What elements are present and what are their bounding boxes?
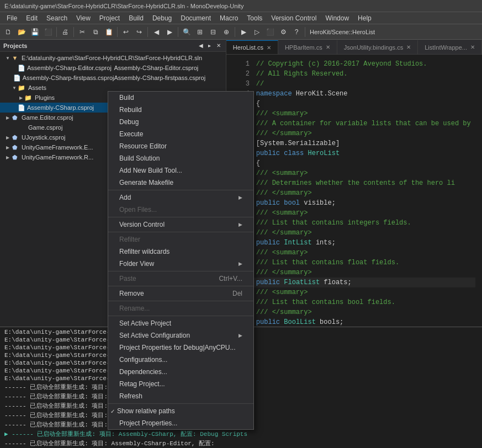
code-line-class: 10 public class HeroList <box>233 148 475 158</box>
tab-listint[interactable]: ListIntWrappe... ✕ <box>418 40 482 54</box>
tab-herolist-close[interactable]: ✕ <box>267 45 271 51</box>
ctx-rebuild[interactable]: Rebuild <box>108 104 253 116</box>
ctx-add[interactable]: Add <box>108 191 253 204</box>
menu-build[interactable]: Build <box>124 13 148 23</box>
tree-row-assembly-editor[interactable]: 📄 Assembly-CSharp-Editor.csproj Assembly… <box>0 63 226 73</box>
panel-title: Projects <box>3 42 27 49</box>
open-button[interactable]: 📂 <box>15 26 28 38</box>
ctx-set-active-config[interactable]: Set Active Configuration <box>108 329 253 342</box>
undo-button[interactable]: ↩ <box>120 26 132 38</box>
ctx-build-solution[interactable]: Build Solution <box>108 152 253 164</box>
menu-document[interactable]: Document <box>176 13 215 23</box>
ctx-paste[interactable]: Paste Ctrl+V... <box>108 273 253 285</box>
tab-hpbaritem[interactable]: HPBarItem.cs ✕ <box>278 40 337 54</box>
redo-button[interactable]: ↪ <box>133 26 145 38</box>
search-button[interactable]: 🔍 <box>181 26 193 38</box>
tree-item-assembly-csharp[interactable]: 📄 Assembly-CSharp.csproj <box>0 103 114 113</box>
ctx-sep-4 <box>108 271 253 271</box>
exp-plugins[interactable]: ▶ <box>18 94 24 101</box>
tree-label-assembly-editor: Assembly-CSharp-Editor.csproj <box>27 65 112 71</box>
ctx-version-control[interactable]: Version Control <box>108 218 253 231</box>
ctx-refilter-wildcards[interactable]: Refilter wildcards <box>108 246 253 258</box>
exp-ugfr[interactable]: ▶ <box>4 154 11 161</box>
ctx-show-relative-paths[interactable]: ✓ Show relative paths <box>108 405 253 417</box>
ctx-sep-7 <box>108 316 253 316</box>
tab-jsonutility-label: JsonUtility.bindings.cs <box>344 44 403 51</box>
tree-item-assembly-editor[interactable]: 📄 Assembly-CSharp-Editor.csproj <box>0 63 114 73</box>
cut-button[interactable]: ✂ <box>76 26 88 38</box>
menu-project[interactable]: Project <box>95 13 124 23</box>
ctx-dependencies[interactable]: Dependencies... <box>108 366 253 378</box>
exp-uj[interactable]: ▶ <box>4 134 11 141</box>
tree-item-assembly-editor-2[interactable]: Assembly-CSharp-Editor.csproj <box>114 63 225 73</box>
ctx-project-props-debug[interactable]: Project Properties for Debug|AnyCPU... <box>108 342 253 354</box>
ctx-execute[interactable]: Execute <box>108 128 253 140</box>
ctx-refresh[interactable]: Refresh <box>108 390 253 402</box>
exp-e[interactable]: ▶ <box>4 114 11 121</box>
ctx-sep-1 <box>108 190 253 190</box>
ctx-folder-view[interactable]: Folder View <box>108 258 253 270</box>
code-line-sum13: 24 /// <summary> <box>233 287 475 297</box>
ctx-set-active-project[interactable]: Set Active Project <box>108 317 253 329</box>
print-button[interactable]: 🖨 <box>59 26 71 38</box>
exp-1 <box>11 65 18 71</box>
find-replace-button[interactable]: ⊞ <box>194 26 206 38</box>
ctx-resource-editor[interactable]: Resource Editor <box>108 140 253 152</box>
panel-back-button[interactable]: ◀ <box>197 42 205 50</box>
menu-search[interactable]: Search <box>42 13 72 23</box>
tree-item-firstpass-2[interactable]: Assembly-CSharp-firstpass.csproj <box>114 73 225 83</box>
nav-back-button[interactable]: ◀ <box>150 26 162 38</box>
run-config-button[interactable]: ▷ <box>251 26 263 38</box>
tools2-button[interactable]: ⚙ <box>277 26 289 38</box>
run-button[interactable]: ▶ <box>237 26 250 38</box>
menu-tools[interactable]: Tools <box>242 13 267 23</box>
ctx-generate-makefile-label: Generate Makefile <box>119 179 173 186</box>
new-button[interactable]: 🗋 <box>2 26 14 38</box>
stop-button[interactable]: ⬛ <box>264 26 276 38</box>
ctx-retag-project[interactable]: Retag Project... <box>108 378 253 390</box>
toolbar: 🗋 📂 💾 ⬛ 🖨 ✂ ⧉ 📋 ↩ ↪ ◀ ▶ 🔍 ⊞ ⊟ ⊕ ▶ ▷ ⬛ ⚙ … <box>0 24 482 40</box>
menu-debug[interactable]: Debug <box>148 13 176 23</box>
menu-file[interactable]: File <box>2 13 22 23</box>
ctx-refilter[interactable]: Refilter <box>108 233 253 246</box>
tab-herolist[interactable]: HeroList.cs ✕ <box>226 40 278 54</box>
tree-row-firstpass[interactable]: 📄 Assembly-CSharp-firstpass.csproj Assem… <box>0 73 226 83</box>
save-button[interactable]: 💾 <box>29 26 41 38</box>
copy-button[interactable]: ⧉ <box>89 26 102 38</box>
ctx-project-properties[interactable]: Project Properties... <box>108 417 253 429</box>
expander-solution[interactable]: ▼ <box>4 55 11 61</box>
nav-fwd-button[interactable]: ▶ <box>163 26 176 38</box>
panel-close-button[interactable]: ✕ <box>215 42 223 50</box>
ctx-add-new-build-tool[interactable]: Add New Build Tool... <box>108 164 253 177</box>
menu-help[interactable]: Help <box>353 13 376 23</box>
ctx-debug[interactable]: Debug <box>108 116 253 128</box>
tab-jsonutility-close[interactable]: ✕ <box>406 44 411 50</box>
tab-hpbaritem-close[interactable]: ✕ <box>326 44 330 50</box>
tab-jsonutility[interactable]: JsonUtility.bindings.cs ✕ <box>337 40 418 54</box>
profile-button[interactable]: ⊕ <box>220 26 232 38</box>
titlebar-text: E:\data\unity-game\StarForce-HybridCLR\S… <box>4 3 243 9</box>
ctx-retag-label: Retag Project... <box>119 380 165 388</box>
help-btn[interactable]: ? <box>290 26 303 38</box>
menu-macro[interactable]: Macro <box>215 13 242 23</box>
ctx-rename[interactable]: Rename... <box>108 302 253 314</box>
paste-button[interactable]: 📋 <box>103 26 115 38</box>
ctx-build[interactable]: Build <box>108 92 253 104</box>
menu-window[interactable]: Window <box>321 13 353 23</box>
tree-item-firstpass[interactable]: 📄 Assembly-CSharp-firstpass.csproj <box>0 73 114 83</box>
ctx-remove[interactable]: Remove Del <box>108 287 253 300</box>
toolbar-sep-1 <box>56 27 57 37</box>
exp-ugfe[interactable]: ▶ <box>4 144 11 151</box>
menu-edit[interactable]: Edit <box>22 13 42 23</box>
ctx-open-files[interactable]: Open Files... <box>108 204 253 216</box>
exp-assets[interactable]: ▼ <box>11 84 18 91</box>
tab-listint-close[interactable]: ✕ <box>470 44 475 50</box>
save-all-button[interactable]: ⬛ <box>42 26 54 38</box>
bookmark-button[interactable]: ⊟ <box>207 26 219 38</box>
panel-forward-button[interactable]: ▸ <box>206 42 214 50</box>
ctx-configurations[interactable]: Configurations... <box>108 354 253 366</box>
menu-version-control[interactable]: Version Control <box>267 13 321 23</box>
menu-view[interactable]: View <box>72 13 95 23</box>
ctx-generate-makefile[interactable]: Generate Makefile <box>108 177 253 189</box>
tree-item-solution[interactable]: ▼ ▼ E:\data\unity-game\StarForce-HybridC… <box>0 53 226 63</box>
